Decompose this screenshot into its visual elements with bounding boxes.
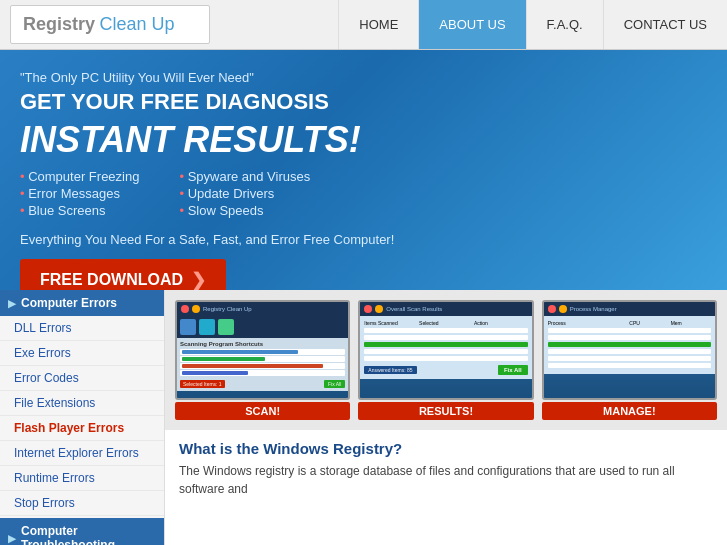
feature-blue: Blue Screens xyxy=(20,203,139,218)
scan-text: Scanning Program Shortcuts xyxy=(180,341,345,347)
sidebar-link-exe[interactable]: Exe Errors xyxy=(0,341,164,366)
logo-registry: Registry xyxy=(23,14,95,34)
nav-about[interactable]: ABOUT US xyxy=(418,0,525,49)
dot-yellow xyxy=(192,305,200,313)
dot-yellow xyxy=(559,305,567,313)
manage-body: Process CPU Mem xyxy=(544,316,715,374)
sidebar-arrow-icon2: ▶ xyxy=(8,533,16,544)
nav-home[interactable]: HOME xyxy=(338,0,418,49)
screenshot-results: Overall Scan Results Items Scanned Selec… xyxy=(358,300,533,420)
results-row4 xyxy=(364,349,527,354)
sidebar: ▶ Computer Errors DLL Errors Exe Errors … xyxy=(0,290,165,545)
scan-bottom: Selected Items: 1 Fix All xyxy=(180,380,345,388)
sidebar-link-stop[interactable]: Stop Errors xyxy=(0,491,164,516)
progress-bar xyxy=(182,350,298,354)
right-content: Registry Clean Up Scanning Program Short… xyxy=(165,290,727,545)
sidebar-header-errors[interactable]: ▶ Computer Errors xyxy=(0,290,164,316)
manage-title-text: Process Manager xyxy=(570,306,617,312)
nav-contact[interactable]: CONTACT US xyxy=(603,0,727,49)
manage-row4 xyxy=(548,349,711,354)
sidebar-link-ie[interactable]: Internet Explorer Errors xyxy=(0,441,164,466)
manage-header-row: Process CPU Mem xyxy=(548,320,711,326)
col-action: Action xyxy=(474,320,528,326)
results-bottom: Answered Items: 85 Fix All xyxy=(364,365,527,375)
feature-drivers: Update Drivers xyxy=(179,186,310,201)
results-body: Items Scanned Selected Action Answered I… xyxy=(360,316,531,379)
nav-faq[interactable]: F.A.Q. xyxy=(526,0,603,49)
hero-title: GET YOUR FREE DIAGNOSIS xyxy=(20,89,707,115)
hero-section: "The Only PC Utility You Will Ever Need"… xyxy=(0,50,727,290)
fix-all-mini: Fix All xyxy=(324,380,345,388)
what-is-section: What is the Windows Registry? The Window… xyxy=(165,430,727,545)
sidebar-link-runtime[interactable]: Runtime Errors xyxy=(0,466,164,491)
scan-row1 xyxy=(180,349,345,355)
feature-freezing: Computer Freezing xyxy=(20,169,139,184)
scan-row4 xyxy=(180,370,345,376)
results-label: RESULTS! xyxy=(358,402,533,420)
col-cpu: CPU xyxy=(629,320,669,326)
hero-features-left: Computer Freezing Error Messages Blue Sc… xyxy=(20,169,139,220)
screenshot-manage: Process Manager Process CPU Mem xyxy=(542,300,717,420)
results-screen-img: Overall Scan Results Items Scanned Selec… xyxy=(358,300,533,400)
manage-row3 xyxy=(548,342,711,347)
results-row5 xyxy=(364,356,527,361)
free-download-button[interactable]: FREE DOWNLOAD ❯ xyxy=(20,259,226,290)
sidebar-arrow-icon: ▶ xyxy=(8,298,16,309)
dot-red xyxy=(364,305,372,313)
sidebar-link-extensions[interactable]: File Extensions xyxy=(0,391,164,416)
scan-icon1 xyxy=(180,319,196,335)
hero-bottom-text: Everything You Need For a Safe, Fast, an… xyxy=(20,232,707,247)
scan-screen-img: Registry Clean Up Scanning Program Short… xyxy=(175,300,350,400)
results-row1 xyxy=(364,328,527,333)
manage-row5 xyxy=(548,356,711,361)
hero-instant: INSTANT RESULTS! xyxy=(20,119,707,161)
sidebar-section1-label: Computer Errors xyxy=(21,296,117,310)
screenshot-scan: Registry Clean Up Scanning Program Short… xyxy=(175,300,350,420)
sidebar-link-codes[interactable]: Error Codes xyxy=(0,366,164,391)
selected-items-label: Selected Items: 1 xyxy=(180,380,225,388)
logo-cleanup-text: Clean Up xyxy=(99,14,174,34)
scan-row2 xyxy=(180,356,345,362)
scan-titlebar: Registry Clean Up xyxy=(177,302,348,316)
results-row2 xyxy=(364,335,527,340)
sidebar-header-troubleshoot[interactable]: ▶ Computer Troubleshooting xyxy=(0,518,164,545)
chevron-icon: ❯ xyxy=(191,269,206,290)
progress-bar4 xyxy=(182,371,248,375)
col-process: Process xyxy=(548,320,629,326)
progress-bar2 xyxy=(182,357,265,361)
dot-yellow xyxy=(375,305,383,313)
sidebar-section2-label: Computer Troubleshooting xyxy=(21,524,156,545)
scan-title-text: Registry Clean Up xyxy=(203,306,252,312)
screenshots-row: Registry Clean Up Scanning Program Short… xyxy=(165,290,727,430)
scan-icon3 xyxy=(218,319,234,335)
results-row3 xyxy=(364,342,527,347)
hero-features-right: Spyware and Viruses Update Drivers Slow … xyxy=(179,169,310,220)
fix-all-btn2: Fix All xyxy=(498,365,528,375)
hero-features: Computer Freezing Error Messages Blue Sc… xyxy=(20,169,707,220)
feature-spyware: Spyware and Viruses xyxy=(179,169,310,184)
what-is-title: What is the Windows Registry? xyxy=(179,440,713,457)
logo-area: Registry Clean Up xyxy=(10,5,210,44)
scan-icon-row xyxy=(177,316,348,338)
manage-row6 xyxy=(548,363,711,368)
dot-red xyxy=(181,305,189,313)
manage-titlebar: Process Manager xyxy=(544,302,715,316)
sidebar-link-dll[interactable]: DLL Errors xyxy=(0,316,164,341)
hero-tagline: "The Only PC Utility You Will Ever Need" xyxy=(20,70,707,85)
scan-row3 xyxy=(180,363,345,369)
results-titlebar: Overall Scan Results xyxy=(360,302,531,316)
scan-icon2 xyxy=(199,319,215,335)
manage-row2 xyxy=(548,335,711,340)
sidebar-link-flash[interactable]: Flash Player Errors xyxy=(0,416,164,441)
manage-screen-img: Process Manager Process CPU Mem xyxy=(542,300,717,400)
feature-slow: Slow Speeds xyxy=(179,203,310,218)
col-items: Items Scanned xyxy=(364,320,418,326)
col-selected: Selected xyxy=(419,320,473,326)
main-content: ▶ Computer Errors DLL Errors Exe Errors … xyxy=(0,290,727,545)
header: Registry Clean Up HOME ABOUT US F.A.Q. C… xyxy=(0,0,727,50)
col-mem: Mem xyxy=(671,320,711,326)
nav: HOME ABOUT US F.A.Q. CONTACT US xyxy=(338,0,727,49)
manage-label: MANAGE! xyxy=(542,402,717,420)
progress-bar3 xyxy=(182,364,323,368)
feature-errors: Error Messages xyxy=(20,186,139,201)
